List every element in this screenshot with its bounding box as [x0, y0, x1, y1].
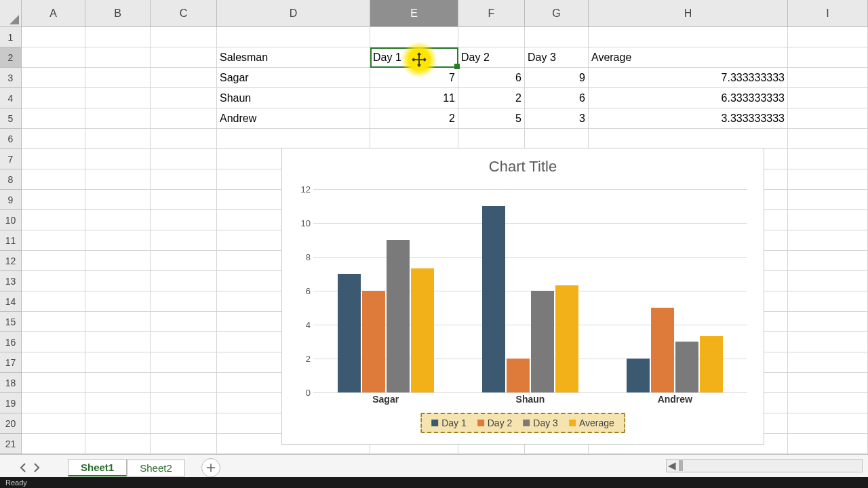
- row-header-3[interactable]: 3: [0, 68, 22, 88]
- cell-A17[interactable]: [22, 352, 85, 373]
- col-header-D[interactable]: D: [217, 0, 370, 27]
- bar[interactable]: [362, 291, 385, 392]
- cell-A18[interactable]: [22, 373, 85, 393]
- col-header-F[interactable]: F: [458, 0, 525, 27]
- row-header-5[interactable]: 5: [0, 108, 22, 129]
- row-header-2[interactable]: 2: [0, 47, 22, 68]
- cell-D4[interactable]: Shaun: [217, 88, 370, 108]
- cell-A4[interactable]: [22, 88, 85, 108]
- scroll-left-icon[interactable]: ◀: [667, 460, 677, 472]
- cell-B10[interactable]: [85, 210, 151, 230]
- cell-C16[interactable]: [151, 332, 217, 352]
- cell-G3[interactable]: 9: [525, 68, 589, 88]
- bar[interactable]: [700, 336, 723, 392]
- cell-A6[interactable]: [22, 129, 85, 149]
- cell-C19[interactable]: [151, 393, 217, 413]
- cell-D3[interactable]: Sagar: [217, 68, 370, 88]
- bar[interactable]: [507, 359, 530, 392]
- row-header-7[interactable]: 7: [0, 149, 22, 169]
- cell-C17[interactable]: [151, 352, 217, 373]
- cell-H2[interactable]: Average: [589, 47, 788, 68]
- cell-I18[interactable]: [788, 373, 868, 393]
- cell-A16[interactable]: [22, 332, 85, 352]
- cell-A19[interactable]: [22, 393, 85, 413]
- cell-C8[interactable]: [151, 169, 217, 190]
- legend-item[interactable]: Day 1: [431, 418, 467, 428]
- cell-I13[interactable]: [788, 271, 868, 291]
- cell-F6[interactable]: [458, 129, 525, 149]
- cell-A3[interactable]: [22, 68, 85, 88]
- cell-I1[interactable]: [788, 27, 868, 47]
- cell-I9[interactable]: [788, 190, 868, 210]
- cell-B7[interactable]: [85, 149, 151, 169]
- cell-F3[interactable]: 6: [458, 68, 525, 88]
- cell-E5[interactable]: 2: [370, 108, 458, 129]
- cell-A1[interactable]: [22, 27, 85, 47]
- cell-C3[interactable]: [151, 68, 217, 88]
- cell-A15[interactable]: [22, 312, 85, 332]
- cell-I16[interactable]: [788, 332, 868, 352]
- cell-B18[interactable]: [85, 373, 151, 393]
- tab-nav-next-icon[interactable]: [30, 460, 43, 476]
- cell-A10[interactable]: [22, 210, 85, 230]
- cell-C10[interactable]: [151, 210, 217, 230]
- row-header-10[interactable]: 10: [0, 210, 22, 230]
- cell-B2[interactable]: [85, 47, 151, 68]
- cell-B5[interactable]: [85, 108, 151, 129]
- bar[interactable]: [555, 285, 578, 392]
- bar[interactable]: [482, 206, 505, 392]
- cell-D6[interactable]: [217, 129, 370, 149]
- cell-B14[interactable]: [85, 291, 151, 312]
- cell-F5[interactable]: 5: [458, 108, 525, 129]
- cell-I14[interactable]: [788, 291, 868, 312]
- sheet-tab-sheet2[interactable]: Sheet2: [127, 460, 185, 476]
- row-header-11[interactable]: 11: [0, 230, 22, 251]
- row-header-16[interactable]: 16: [0, 332, 22, 352]
- cell-D1[interactable]: [217, 27, 370, 47]
- cell-I8[interactable]: [788, 169, 868, 190]
- row-header-9[interactable]: 9: [0, 190, 22, 210]
- cell-B6[interactable]: [85, 129, 151, 149]
- cell-G6[interactable]: [525, 129, 589, 149]
- cell-I6[interactable]: [788, 129, 868, 149]
- cell-E4[interactable]: 11: [370, 88, 458, 108]
- cell-B15[interactable]: [85, 312, 151, 332]
- row-header-17[interactable]: 17: [0, 352, 22, 373]
- cell-C4[interactable]: [151, 88, 217, 108]
- cell-I2[interactable]: [788, 47, 868, 68]
- cell-A13[interactable]: [22, 271, 85, 291]
- embedded-chart[interactable]: Chart Title 024681012 SagarShaunAndrew D…: [281, 148, 764, 445]
- cell-I7[interactable]: [788, 149, 868, 169]
- bar-group[interactable]: [313, 189, 458, 392]
- row-header-6[interactable]: 6: [0, 129, 22, 149]
- cell-C2[interactable]: [151, 47, 217, 68]
- cell-G5[interactable]: 3: [525, 108, 589, 129]
- cell-B4[interactable]: [85, 88, 151, 108]
- cell-C12[interactable]: [151, 251, 217, 271]
- cell-H5[interactable]: 3.333333333: [589, 108, 788, 129]
- cell-E6[interactable]: [370, 129, 458, 149]
- bar[interactable]: [627, 359, 650, 392]
- cell-C6[interactable]: [151, 129, 217, 149]
- cell-B3[interactable]: [85, 68, 151, 88]
- sheet-tab-sheet1[interactable]: Sheet1: [68, 459, 127, 476]
- cell-C15[interactable]: [151, 312, 217, 332]
- cell-F2[interactable]: Day 2: [458, 47, 525, 68]
- col-header-B[interactable]: B: [85, 0, 151, 27]
- cell-I20[interactable]: [788, 413, 868, 434]
- bar[interactable]: [675, 342, 698, 392]
- cell-A2[interactable]: [22, 47, 85, 68]
- cell-B9[interactable]: [85, 190, 151, 210]
- row-header-14[interactable]: 14: [0, 291, 22, 312]
- cell-A20[interactable]: [22, 413, 85, 434]
- row-header-18[interactable]: 18: [0, 373, 22, 393]
- row-header-19[interactable]: 19: [0, 393, 22, 413]
- cell-A9[interactable]: [22, 190, 85, 210]
- cell-B21[interactable]: [85, 434, 151, 454]
- col-header-H[interactable]: H: [589, 0, 788, 27]
- cell-A12[interactable]: [22, 251, 85, 271]
- legend-item[interactable]: Average: [569, 418, 614, 428]
- cell-H4[interactable]: 6.333333333: [589, 88, 788, 108]
- col-header-A[interactable]: A: [22, 0, 85, 27]
- cell-A7[interactable]: [22, 149, 85, 169]
